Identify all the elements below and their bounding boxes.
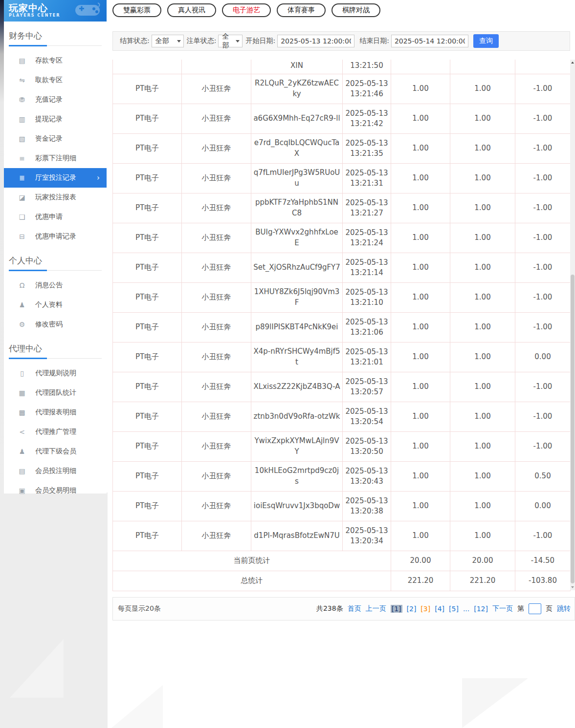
- bell-icon: Ω: [18, 281, 26, 289]
- sidebar-item-彩票下注明细[interactable]: ≡彩票下注明细: [4, 149, 107, 168]
- jump-page-input[interactable]: [529, 603, 541, 614]
- sidebar-item-代理报表明细[interactable]: ▩代理报表明细: [4, 403, 107, 422]
- cell-valid-bet: 1.00: [450, 253, 515, 282]
- sidebar-footer-area: [0, 492, 108, 728]
- cell-datetime: 2025-05-1313:21:10: [343, 282, 391, 312]
- sidebar-item-代理下级会员[interactable]: ♟代理下级会员: [4, 442, 107, 461]
- cell-game: 小丑狂奔: [182, 521, 251, 551]
- cell-bet: 1.00: [391, 133, 450, 163]
- search-button[interactable]: 查询: [473, 34, 499, 48]
- cell-bet: 1.00: [391, 104, 450, 133]
- sidebar-item-个人资料[interactable]: ♟个人资料: [4, 295, 107, 315]
- sidebar-item-存款专区[interactable]: ▤存款专区: [4, 51, 107, 70]
- cell-platform: PT电子: [113, 104, 182, 133]
- page-link-12[interactable]: [12]: [474, 605, 488, 613]
- deposit-card-icon: ▤: [18, 57, 26, 64]
- sidebar-item-label: 代理下级会员: [35, 447, 76, 456]
- page-summary-row: 当前页统计 20.00 20.00 -14.50: [113, 551, 571, 571]
- cell-bet: 1.00: [391, 282, 450, 312]
- decorative-triangle: [111, 685, 163, 728]
- cell-winloss: -1.00: [515, 282, 571, 312]
- left-gutter: [0, 0, 4, 493]
- sidebar-item-消息公告[interactable]: Ω消息公告: [4, 276, 107, 295]
- sidebar-item-厅室投注记录[interactable]: ≣厅室投注记录›: [4, 168, 107, 188]
- sidebar-item-资金记录[interactable]: ▧资金记录: [4, 129, 107, 149]
- settle-status-select[interactable]: 全部: [152, 35, 184, 47]
- sidebar-item-代理规则说明[interactable]: ▯代理规则说明: [4, 364, 107, 383]
- page-link-1[interactable]: [1]: [391, 605, 402, 613]
- sidebar-item-修改密码[interactable]: ⚙修改密码: [4, 315, 107, 334]
- sidebar-item-优惠申请记录[interactable]: ⊟优惠申请记录: [4, 227, 107, 246]
- scrollbar-thumb[interactable]: [571, 275, 575, 583]
- sidebar-item-label: 个人资料: [35, 300, 63, 309]
- sidebar-item-玩家投注报表[interactable]: ◪玩家投注报表: [4, 188, 107, 207]
- start-date-input[interactable]: [277, 35, 354, 47]
- sidebar-item-label: 代理推广管理: [35, 428, 76, 436]
- cell-order-id: R2LQuR_2yKZ6tzwAECky: [251, 74, 343, 104]
- page-link-3[interactable]: [3]: [420, 605, 430, 613]
- sidebar-item-会员交易明细[interactable]: ▣会员交易明细: [4, 481, 107, 500]
- tab-电子游艺[interactable]: 电子游艺: [222, 3, 271, 17]
- sidebar-item-代理团队统计[interactable]: ▦代理团队统计: [4, 383, 107, 403]
- lottery-bet-detail-icon: ≡: [18, 154, 26, 162]
- end-date-input[interactable]: [391, 35, 468, 47]
- table-row: PT电子小丑狂奔10kHLEoG2mrtpd9cz0js2025-05-1313…: [113, 461, 571, 491]
- sidebar-item-会员投注明细[interactable]: ▤会员投注明细: [4, 461, 107, 481]
- next-page-link[interactable]: 下一页: [492, 604, 513, 613]
- gamepad-icon: [72, 1, 104, 21]
- cell-platform: PT电子: [113, 133, 182, 163]
- cell-winloss: -1.00: [515, 163, 571, 193]
- sidebar-item-label: 优惠申请: [35, 213, 63, 221]
- sidebar-item-提现记录[interactable]: ▥提现记录: [4, 109, 107, 129]
- order-status-value: 全部: [222, 32, 233, 50]
- sidebar-item-label: 厅室投注记录: [35, 173, 76, 182]
- cell-bet: 1.00: [391, 431, 450, 461]
- users-icon: ♟: [18, 448, 26, 455]
- tab-雙赢彩票[interactable]: 雙赢彩票: [112, 3, 161, 17]
- cell-winloss: 0.50: [515, 461, 571, 491]
- summary-valid-bet: 221.20: [450, 571, 515, 591]
- total-count-text: 共238条: [316, 604, 343, 613]
- sidebar-item-代理推广管理[interactable]: <代理推广管理: [4, 422, 107, 442]
- sidebar-section-title: 财务中心: [9, 30, 102, 42]
- tab-棋牌对战[interactable]: 棋牌对战: [332, 3, 380, 17]
- cell-order-id: ztnb3n0dV9oRfa-otzWk: [251, 402, 343, 431]
- chevron-down-icon: [177, 40, 181, 43]
- start-date-label: 开始日期:: [245, 37, 275, 45]
- member-trade-detail-icon: ▣: [18, 487, 26, 494]
- sidebar-section-title: 代理中心: [9, 343, 102, 354]
- prev-page-link[interactable]: 上一页: [366, 604, 386, 613]
- tab-真人视讯[interactable]: 真人视讯: [167, 3, 216, 17]
- tab-体育赛事[interactable]: 体育赛事: [277, 3, 326, 17]
- cell-bet: 1.00: [391, 74, 450, 104]
- cell-winloss: -1.00: [515, 253, 571, 282]
- cell-platform: PT电子: [113, 74, 182, 104]
- scroll-down-icon[interactable]: [571, 586, 574, 588]
- cell-datetime: 2025-05-1313:21:01: [343, 342, 391, 372]
- sidebar-item-取款专区[interactable]: ⇋取款专区: [4, 70, 107, 90]
- cell-winloss: -1.00: [515, 521, 571, 551]
- gear-icon: ⚙: [18, 321, 26, 328]
- jump-button[interactable]: 跳转: [557, 604, 571, 613]
- sidebar-item-label: 代理规则说明: [35, 369, 76, 378]
- page-link-2[interactable]: [2]: [407, 605, 417, 613]
- page-link-4[interactable]: [4]: [435, 605, 444, 613]
- cell-order-id: YwixZxpkXYMwLAjln9VY: [251, 431, 343, 461]
- cell-valid-bet: 1.00: [450, 491, 515, 521]
- cell-datetime: 2025-05-1313:21:35: [343, 133, 391, 163]
- summary-winloss: -14.50: [515, 551, 571, 571]
- table-scrollbar[interactable]: [570, 60, 575, 590]
- sidebar-item-优惠申请[interactable]: ❑优惠申请: [4, 207, 107, 227]
- scroll-up-icon[interactable]: [571, 62, 574, 64]
- page-link-5[interactable]: [5]: [449, 605, 459, 613]
- sidebar-item-充值记录[interactable]: ⛃充值记录: [4, 90, 107, 109]
- cell-winloss: [515, 60, 571, 74]
- end-date-label: 结束日期:: [359, 37, 389, 45]
- cell-datetime: 2025-05-1313:20:54: [343, 402, 391, 431]
- order-status-select[interactable]: 全部: [218, 35, 243, 47]
- cell-valid-bet: 1.00: [450, 431, 515, 461]
- sidebar-menu: Ω消息公告♟个人资料⚙修改密码: [4, 276, 107, 334]
- pagination-bar: 每页显示20条 共238条 首页 上一页 [1][2][3][4][5]...[…: [112, 597, 575, 621]
- first-page-link[interactable]: 首页: [348, 604, 361, 613]
- page-link-...[interactable]: ...: [463, 605, 469, 613]
